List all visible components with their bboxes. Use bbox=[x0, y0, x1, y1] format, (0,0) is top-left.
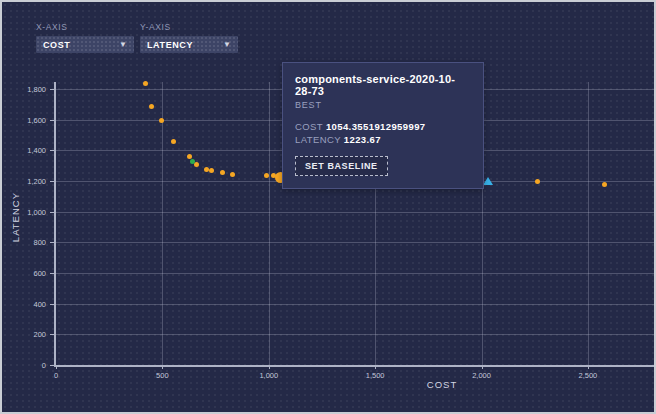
y-axis-tick-label: 1,000 bbox=[27, 207, 46, 216]
y-axis-tick bbox=[50, 242, 54, 243]
y-axis-tick bbox=[50, 304, 54, 305]
x-axis-tick-label: 1,000 bbox=[259, 371, 278, 380]
x-axis-tick bbox=[375, 365, 376, 369]
x-axis-tick-label: 2,000 bbox=[472, 371, 491, 380]
y-axis-tick-label: 1,800 bbox=[27, 84, 46, 93]
y-axis-tick bbox=[50, 120, 54, 121]
data-point-runs[interactable] bbox=[220, 170, 225, 175]
x-axis-tick-label: 500 bbox=[156, 371, 169, 380]
x-axis-tick-label: 0 bbox=[54, 371, 58, 380]
y-axis-tick bbox=[50, 334, 54, 335]
tooltip-latency-label: LATENCY bbox=[295, 134, 341, 145]
data-point-runs[interactable] bbox=[535, 179, 540, 184]
tooltip-cost-value: 1054.3551912959997 bbox=[326, 121, 426, 132]
y-axis-tick bbox=[50, 273, 54, 274]
tooltip-latency-row: LATENCY 1223.67 bbox=[295, 134, 471, 145]
x-axis-tick-label: 1,500 bbox=[366, 371, 385, 380]
gridline-horizontal bbox=[56, 273, 656, 274]
y-axis-tick-label: 600 bbox=[33, 268, 46, 277]
gridline-horizontal bbox=[56, 212, 656, 213]
tooltip-subtitle: BEST bbox=[295, 100, 471, 110]
y-axis-tick-label: 1,400 bbox=[27, 146, 46, 155]
chevron-down-icon: ▼ bbox=[223, 41, 231, 49]
x-axis-tick bbox=[56, 365, 57, 369]
y-axis-tick bbox=[50, 150, 54, 151]
tooltip-latency-value: 1223.67 bbox=[344, 134, 381, 145]
gridline-horizontal bbox=[56, 242, 656, 243]
point-tooltip: components-service-2020-10-28-73 BEST CO… bbox=[282, 62, 484, 189]
y-axis-dropdown-value: LATENCY bbox=[147, 40, 193, 50]
data-point-best[interactable] bbox=[190, 159, 195, 164]
y-axis-tick bbox=[50, 181, 54, 182]
tooltip-title: components-service-2020-10-28-73 bbox=[295, 73, 471, 97]
y-axis-control-label: Y-AXIS bbox=[140, 22, 238, 32]
data-point-runs[interactable] bbox=[230, 172, 235, 177]
y-axis-tick-label: 200 bbox=[33, 330, 46, 339]
x-axis-tick-label: 2,500 bbox=[579, 371, 598, 380]
gridline-vertical bbox=[269, 82, 270, 365]
gridline-vertical bbox=[588, 82, 589, 365]
gridline-horizontal bbox=[56, 304, 656, 305]
y-axis-control-group: Y-AXIS LATENCY ▼ bbox=[140, 22, 238, 53]
y-axis-tick bbox=[50, 365, 54, 366]
chevron-down-icon: ▼ bbox=[119, 41, 127, 49]
x-axis-title: COST bbox=[412, 379, 472, 390]
x-axis-tick bbox=[269, 365, 270, 369]
gridline-horizontal bbox=[56, 334, 656, 335]
baseline-marker-baseline[interactable] bbox=[483, 177, 493, 185]
tooltip-cost-row: COST 1054.3551912959997 bbox=[295, 121, 471, 132]
data-point-runs[interactable] bbox=[264, 173, 269, 178]
x-axis-control-label: X-AXIS bbox=[36, 22, 134, 32]
set-baseline-button[interactable]: SET BASELINE bbox=[295, 156, 388, 176]
data-point-runs[interactable] bbox=[209, 168, 214, 173]
x-axis-dropdown-value: COST bbox=[43, 40, 70, 50]
y-axis-title: LATENCY bbox=[10, 192, 21, 242]
data-point-runs[interactable] bbox=[194, 162, 199, 167]
y-axis-tick-label: 400 bbox=[33, 299, 46, 308]
gridline-vertical bbox=[162, 82, 163, 365]
tooltip-cost-label: COST bbox=[295, 121, 323, 132]
y-axis-tick bbox=[50, 89, 54, 90]
x-axis-control-group: X-AXIS COST ▼ bbox=[36, 22, 134, 53]
data-point-runs[interactable] bbox=[171, 139, 176, 144]
data-point-runs[interactable] bbox=[149, 104, 154, 109]
data-point-runs[interactable] bbox=[602, 182, 607, 187]
data-point-runs[interactable] bbox=[143, 81, 148, 86]
x-axis-tick bbox=[162, 365, 163, 369]
y-axis-tick bbox=[50, 212, 54, 213]
y-axis-tick-label: 1,200 bbox=[27, 176, 46, 185]
data-point-runs[interactable] bbox=[159, 118, 164, 123]
x-axis-tick bbox=[482, 365, 483, 369]
y-axis-tick-label: 0 bbox=[42, 361, 46, 370]
pareto-chart-panel: X-AXIS COST ▼ Y-AXIS LATENCY ▼ 020040060… bbox=[0, 0, 656, 414]
x-axis-tick bbox=[588, 365, 589, 369]
y-axis-tick-label: 800 bbox=[33, 238, 46, 247]
y-axis-tick-label: 1,600 bbox=[27, 115, 46, 124]
y-axis-dropdown[interactable]: LATENCY ▼ bbox=[140, 36, 238, 53]
x-axis-dropdown[interactable]: COST ▼ bbox=[36, 36, 134, 53]
data-point-runs[interactable] bbox=[187, 154, 192, 159]
